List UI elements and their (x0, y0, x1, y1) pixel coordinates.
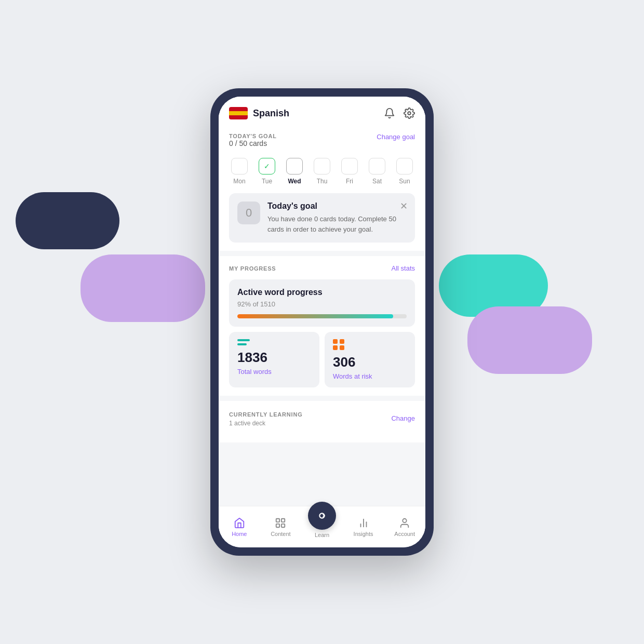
svg-rect-4 (281, 524, 285, 527)
day-mon: Mon (231, 158, 248, 185)
day-label-sat: Sat (372, 178, 382, 185)
all-stats-button[interactable]: All stats (391, 264, 415, 272)
account-icon (399, 517, 410, 529)
scroll-content[interactable]: Spanish (219, 97, 425, 506)
close-goal-card-button[interactable]: ✕ (400, 200, 408, 212)
grid-dot-1 (333, 339, 338, 344)
day-box-wed (286, 158, 303, 175)
nav-label-learn: Learn (315, 532, 329, 538)
app-header: Spanish (219, 97, 425, 125)
nav-item-insights[interactable]: Insights (343, 517, 384, 537)
nav-label-account: Account (394, 531, 415, 537)
day-box-mon (231, 158, 248, 175)
day-wed: Wed (286, 158, 303, 185)
day-label-tue: Tue (262, 178, 272, 185)
active-word-percent: 92% of 1510 (237, 300, 407, 308)
total-words-icon (237, 339, 311, 345)
grid-dot-2 (340, 339, 344, 344)
learning-header: CURRENTLY LEARNING 1 active deck Change (229, 409, 415, 427)
day-sun: Sun (396, 158, 413, 185)
language-title: Spanish (253, 108, 289, 119)
progress-header: MY PROGRESS All stats (229, 264, 415, 272)
bell-icon (384, 108, 395, 119)
svg-rect-1 (276, 518, 279, 521)
nav-label-home: Home (232, 531, 247, 537)
words-at-risk-card: 306 Words at risk (325, 332, 415, 387)
gear-icon (404, 108, 415, 119)
day-label-fri: Fri (346, 178, 353, 185)
day-box-thu (314, 158, 330, 175)
words-at-risk-label: Words at risk (333, 372, 407, 380)
lines-icon (237, 339, 250, 345)
goal-card-number: 0 (237, 202, 260, 224)
active-word-title: Active word progress (237, 288, 407, 297)
flag-spanish (229, 107, 248, 119)
home-icon (234, 517, 245, 529)
check-icon-tue: ✓ (264, 162, 270, 170)
svg-point-9 (403, 518, 407, 522)
words-at-risk-number: 306 (333, 354, 407, 370)
svg-rect-2 (281, 518, 285, 521)
header-icons (384, 108, 415, 119)
bottom-navigation: Home Content Learn (219, 506, 425, 547)
learn-circle (308, 502, 336, 530)
active-word-progress-card: Active word progress 92% of 1510 (229, 279, 415, 327)
goal-header: TODAY'S GOAL 0 / 50 cards Change goal (229, 133, 415, 156)
grid-dot-4 (340, 345, 344, 350)
learning-header-text: CURRENTLY LEARNING 1 active deck (229, 409, 303, 427)
blob-purple-left (81, 254, 205, 322)
line-1 (237, 339, 250, 341)
day-box-tue: ✓ (259, 158, 275, 175)
nav-item-account[interactable]: Account (384, 517, 425, 537)
day-box-sat (369, 158, 385, 175)
change-goal-button[interactable]: Change goal (377, 133, 415, 141)
notification-button[interactable] (384, 108, 395, 119)
total-words-card: 1836 Total words (229, 332, 319, 387)
nav-item-home[interactable]: Home (219, 517, 260, 537)
grid-icon (333, 339, 344, 350)
goal-count: 0 / 50 cards (229, 139, 277, 147)
today-goal-section: TODAY'S GOAL 0 / 50 cards Change goal Mo… (219, 125, 425, 251)
day-label-mon: Mon (233, 178, 245, 185)
blob-dark (16, 192, 119, 249)
stats-row: 1836 Total words 30 (229, 332, 415, 387)
day-tue: ✓ Tue (259, 158, 275, 185)
goal-notification-card: 0 Today's goal You have done 0 cards tod… (229, 193, 415, 243)
settings-button[interactable] (404, 108, 415, 119)
goal-card-content: Today's goal You have done 0 cards today… (267, 202, 407, 234)
svg-point-5 (316, 509, 328, 521)
change-deck-button[interactable]: Change (391, 414, 415, 422)
learn-icon (315, 508, 329, 523)
progress-bar-background (237, 314, 407, 318)
day-label-thu: Thu (317, 178, 328, 185)
nav-label-content: Content (271, 531, 291, 537)
learning-section-title: CURRENTLY LEARNING (229, 411, 303, 418)
content-icon (275, 517, 286, 529)
goal-card-description: You have done 0 cards today. Complete 50… (267, 214, 407, 234)
days-row: Mon ✓ Tue Wed Thu (229, 158, 415, 185)
goal-section-title: TODAY'S GOAL (229, 133, 277, 139)
nav-item-content[interactable]: Content (260, 517, 302, 537)
svg-point-0 (408, 112, 411, 115)
phone-screen: Spanish (219, 97, 425, 547)
day-fri: Fri (341, 158, 358, 185)
total-words-number: 1836 (237, 350, 311, 366)
currently-learning-section: CURRENTLY LEARNING 1 active deck Change (219, 401, 425, 442)
day-thu: Thu (314, 158, 330, 185)
line-2 (237, 343, 247, 345)
svg-rect-3 (276, 524, 279, 527)
header-left: Spanish (229, 107, 289, 119)
nav-item-learn[interactable]: Learn (301, 516, 343, 538)
progress-section: MY PROGRESS All stats Active word progre… (219, 256, 425, 396)
grid-dot-3 (333, 345, 338, 350)
words-at-risk-icon (333, 339, 407, 350)
insights-icon (358, 517, 369, 529)
goal-card-title: Today's goal (267, 202, 407, 211)
nav-label-insights: Insights (354, 531, 373, 537)
learning-sub: 1 active deck (229, 420, 303, 427)
progress-bar-fill (237, 314, 393, 318)
blob-purple-right (467, 306, 592, 374)
day-label-sun: Sun (399, 178, 410, 185)
day-box-fri (341, 158, 358, 175)
day-sat: Sat (369, 158, 385, 185)
